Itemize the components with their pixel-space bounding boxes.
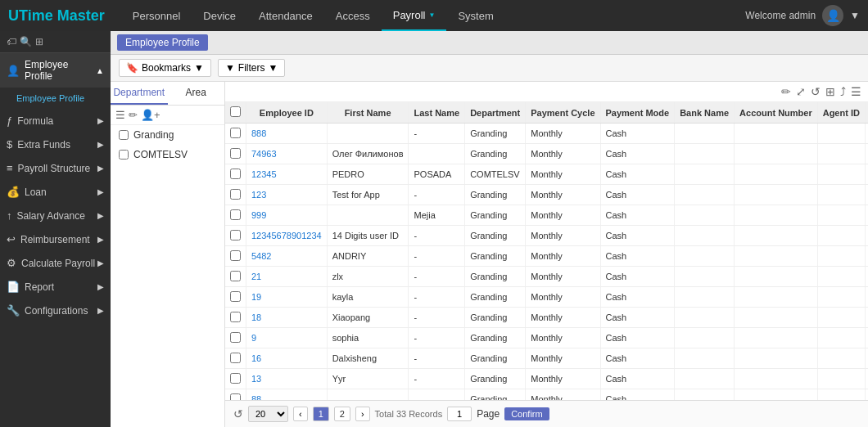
bank-cell bbox=[675, 369, 735, 389]
share-icon[interactable]: ⤴ bbox=[840, 85, 846, 98]
employee-id-link[interactable]: 18 bbox=[251, 312, 261, 322]
more-menu-icon[interactable]: ☰ bbox=[851, 85, 861, 98]
loan-icon: 💰 bbox=[7, 186, 20, 198]
row-checkbox[interactable] bbox=[230, 209, 241, 220]
employee-id-link[interactable]: 123 bbox=[251, 190, 266, 200]
sidebar-item-formula[interactable]: ƒ Formula ▶ bbox=[0, 109, 111, 133]
employee-id-link[interactable]: 5482 bbox=[251, 251, 271, 261]
employee-id-link[interactable]: 21 bbox=[251, 272, 261, 281]
nav-attendance[interactable]: Attendance bbox=[247, 0, 324, 31]
row-checkbox[interactable] bbox=[230, 148, 241, 159]
mode-cell: Cash bbox=[600, 308, 675, 328]
grid-icon[interactable]: ⊞ bbox=[35, 36, 43, 47]
tag-icon[interactable]: 🏷 bbox=[7, 36, 16, 47]
add-dept-icon[interactable]: 👤+ bbox=[141, 109, 160, 121]
employee-id-link[interactable]: 13 bbox=[251, 374, 261, 384]
dept-cell: Granding bbox=[465, 246, 526, 267]
split-icon[interactable]: ⊞ bbox=[825, 85, 835, 98]
row-checkbox[interactable] bbox=[230, 332, 241, 343]
user-dropdown-icon[interactable]: ▼ bbox=[850, 10, 860, 21]
row-checkbox[interactable] bbox=[230, 393, 241, 401]
dept-cell: Granding bbox=[465, 287, 526, 308]
page-jump-input[interactable] bbox=[447, 407, 472, 421]
sidebar-item-reimbursement[interactable]: ↩ Reimbursement ▶ bbox=[0, 227, 111, 251]
tab-department[interactable]: Department bbox=[111, 82, 168, 105]
row-checkbox[interactable] bbox=[230, 312, 241, 322]
row-checkbox[interactable] bbox=[230, 189, 241, 200]
sidebar-item-payroll-structure[interactable]: ≡ Payroll Structure ▶ bbox=[0, 156, 111, 180]
expand-icon[interactable]: ⤢ bbox=[796, 85, 806, 98]
row-checkbox[interactable] bbox=[230, 128, 241, 138]
account-cell bbox=[735, 328, 818, 348]
mode-cell: Cash bbox=[600, 328, 675, 348]
employee-id-link[interactable]: 74963 bbox=[251, 149, 277, 159]
employee-id-link[interactable]: 88 bbox=[251, 394, 261, 400]
row-checkbox[interactable] bbox=[230, 250, 241, 261]
confirm-page-button[interactable]: Confirm bbox=[504, 407, 549, 420]
dept-granding-checkbox[interactable] bbox=[119, 130, 129, 140]
filters-label: Filters bbox=[238, 62, 265, 74]
page-2-button[interactable]: 2 bbox=[334, 407, 350, 421]
row-checkbox[interactable] bbox=[230, 291, 241, 302]
nav-personnel[interactable]: Personnel bbox=[121, 0, 192, 31]
row-checkbox[interactable] bbox=[230, 353, 241, 363]
edit-dept-icon[interactable]: ✏ bbox=[129, 109, 138, 121]
sidebar-item-configurations[interactable]: 🔧 Configurations ▶ bbox=[0, 299, 111, 322]
employee-id-link[interactable]: 888 bbox=[251, 128, 266, 138]
agent-acc-cell bbox=[865, 205, 868, 226]
account-cell bbox=[735, 267, 818, 287]
user-avatar[interactable]: 👤 bbox=[822, 5, 843, 26]
bookmarks-button[interactable]: 🔖 Bookmarks ▼ bbox=[119, 59, 211, 77]
payroll-structure-icon: ≡ bbox=[7, 162, 13, 174]
dept-comtelsv-checkbox[interactable] bbox=[119, 150, 129, 160]
sidebar-item-calculate-payroll[interactable]: ⚙ Calculate Payroll ▶ bbox=[0, 251, 111, 275]
tab-area[interactable]: Area bbox=[168, 82, 225, 105]
pagination-refresh-button[interactable]: ↺ bbox=[233, 407, 243, 420]
first-name-cell: Олег Филимонов bbox=[327, 144, 409, 164]
nav-access[interactable]: Access bbox=[324, 0, 382, 31]
employee-id-link[interactable]: 19 bbox=[251, 292, 261, 302]
page-size-select[interactable]: 20 50 100 bbox=[248, 406, 288, 422]
table-row: 13 Yyr - Granding Monthly Cash ✔ bbox=[225, 369, 868, 389]
page-1-button[interactable]: 1 bbox=[313, 407, 329, 421]
account-cell bbox=[735, 144, 818, 164]
nav-payroll[interactable]: Payroll bbox=[382, 0, 447, 31]
dept-comtelsv[interactable]: COMTELSV bbox=[111, 145, 224, 164]
account-cell bbox=[735, 205, 818, 226]
row-checkbox[interactable] bbox=[230, 230, 241, 240]
prev-page-button[interactable]: ‹ bbox=[293, 407, 308, 421]
sidebar-item-employee-profile[interactable]: 👤 Employee Profile ▲ bbox=[0, 53, 111, 88]
sidebar-item-extra-funds[interactable]: $ Extra Funds ▶ bbox=[0, 133, 111, 156]
sidebar-item-salary-advance[interactable]: ↑ Salary Advance ▶ bbox=[0, 204, 111, 227]
row-checkbox[interactable] bbox=[230, 169, 241, 179]
filters-button[interactable]: ▼ Filters ▼ bbox=[218, 59, 285, 77]
employee-id-link[interactable]: 9 bbox=[251, 333, 256, 343]
cycle-cell: Monthly bbox=[526, 246, 600, 267]
table-toolbar-icons: ✏ ⤢ ↺ ⊞ ⤴ ☰ bbox=[225, 82, 868, 102]
nav-device[interactable]: Device bbox=[192, 0, 247, 31]
dept-granding[interactable]: Granding bbox=[111, 125, 224, 145]
row-checkbox[interactable] bbox=[230, 271, 241, 281]
next-page-button[interactable]: › bbox=[355, 407, 370, 421]
employee-id-link[interactable]: 12345678901234 bbox=[251, 231, 322, 240]
breadcrumb-tab[interactable]: Employee Profile bbox=[117, 34, 208, 51]
sidebar-item-employee-profile-sub[interactable]: Employee Profile bbox=[0, 88, 111, 109]
select-all-checkbox[interactable] bbox=[230, 106, 241, 117]
nav-system[interactable]: System bbox=[446, 0, 504, 31]
first-name-cell: Test for App bbox=[327, 185, 409, 205]
sidebar-item-report[interactable]: 📄 Report ▶ bbox=[0, 275, 111, 299]
employee-id-link[interactable]: 12345 bbox=[251, 169, 277, 179]
bank-cell bbox=[675, 348, 735, 369]
search-icon[interactable]: 🔍 bbox=[20, 36, 32, 47]
account-cell bbox=[735, 348, 818, 369]
employee-id-link[interactable]: 16 bbox=[251, 353, 261, 363]
list-icon[interactable]: ☰ bbox=[115, 109, 125, 121]
sidebar-item-loan[interactable]: 💰 Loan ▶ bbox=[0, 180, 111, 204]
edit-icon[interactable]: ✏ bbox=[781, 85, 791, 98]
refresh-icon[interactable]: ↺ bbox=[811, 85, 821, 98]
th-bank-name: Bank Name bbox=[675, 102, 735, 124]
employee-id-link[interactable]: 999 bbox=[251, 210, 266, 220]
account-cell bbox=[735, 308, 818, 328]
row-checkbox[interactable] bbox=[230, 373, 241, 384]
logo-time: Time bbox=[19, 7, 53, 24]
